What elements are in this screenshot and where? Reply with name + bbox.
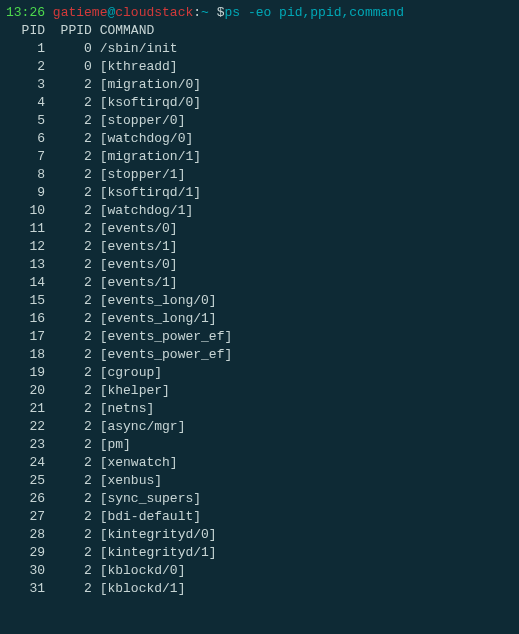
process-row: 7 2 [migration/1] [6, 148, 513, 166]
cell-ppid: 2 [45, 239, 92, 254]
cell-command: [bdi-default] [92, 509, 201, 524]
prompt-dollar: $ [209, 5, 225, 20]
cell-command: [khelper] [92, 383, 170, 398]
cell-pid: 4 [6, 95, 45, 110]
cell-ppid: 2 [45, 311, 92, 326]
cell-pid: 26 [6, 491, 45, 506]
cell-ppid: 2 [45, 203, 92, 218]
cell-ppid: 2 [45, 581, 92, 596]
cell-pid: 3 [6, 77, 45, 92]
header-ppid: PPID [45, 23, 92, 38]
cell-command: [sync_supers] [92, 491, 201, 506]
cell-ppid: 2 [45, 455, 92, 470]
process-row: 12 2 [events/1] [6, 238, 513, 256]
cell-ppid: 0 [45, 59, 92, 74]
header-command: COMMAND [92, 23, 154, 38]
process-row: 17 2 [events_power_ef] [6, 328, 513, 346]
cell-ppid: 2 [45, 275, 92, 290]
cell-pid: 7 [6, 149, 45, 164]
cell-pid: 5 [6, 113, 45, 128]
cell-command: [stopper/0] [92, 113, 186, 128]
cell-pid: 18 [6, 347, 45, 362]
process-list: 1 0 /sbin/init 2 0 [kthreadd] 3 2 [migra… [6, 40, 513, 598]
cell-ppid: 2 [45, 491, 92, 506]
process-row: 11 2 [events/0] [6, 220, 513, 238]
process-row: 29 2 [kintegrityd/1] [6, 544, 513, 562]
cell-pid: 12 [6, 239, 45, 254]
process-row: 14 2 [events/1] [6, 274, 513, 292]
cell-ppid: 2 [45, 437, 92, 452]
cell-command: [kblockd/1] [92, 581, 186, 596]
process-row: 27 2 [bdi-default] [6, 508, 513, 526]
process-row: 24 2 [xenwatch] [6, 454, 513, 472]
process-row: 2 0 [kthreadd] [6, 58, 513, 76]
process-row: 6 2 [watchdog/0] [6, 130, 513, 148]
cell-command: [watchdog/1] [92, 203, 193, 218]
cell-pid: 19 [6, 365, 45, 380]
prompt-command: ps -eo pid,ppid,command [225, 5, 404, 20]
prompt-time: 13:26 [6, 5, 45, 20]
cell-ppid: 2 [45, 167, 92, 182]
prompt-line: 13:26 gatieme@cloudstack:~ $ps -eo pid,p… [6, 4, 513, 22]
cell-pid: 22 [6, 419, 45, 434]
cell-command: [stopper/1] [92, 167, 186, 182]
cell-command: [kintegrityd/0] [92, 527, 217, 542]
cell-command: [events/0] [92, 257, 178, 272]
cell-pid: 25 [6, 473, 45, 488]
cell-pid: 11 [6, 221, 45, 236]
cell-command: [cgroup] [92, 365, 162, 380]
cell-command: [events_long/0] [92, 293, 217, 308]
cell-command: [migration/1] [92, 149, 201, 164]
cell-pid: 29 [6, 545, 45, 560]
cell-command: [events_power_ef] [92, 329, 232, 344]
process-row: 4 2 [ksoftirqd/0] [6, 94, 513, 112]
cell-ppid: 2 [45, 401, 92, 416]
process-row: 19 2 [cgroup] [6, 364, 513, 382]
terminal-output: 13:26 gatieme@cloudstack:~ $ps -eo pid,p… [6, 4, 513, 598]
process-row: 20 2 [khelper] [6, 382, 513, 400]
header-pid: PID [6, 23, 45, 38]
cell-pid: 23 [6, 437, 45, 452]
cell-pid: 9 [6, 185, 45, 200]
cell-command: [events/0] [92, 221, 178, 236]
cell-command: /sbin/init [92, 41, 178, 56]
prompt-path: ~ [201, 5, 209, 20]
cell-pid: 2 [6, 59, 45, 74]
cell-ppid: 2 [45, 329, 92, 344]
cell-command: [xenbus] [92, 473, 162, 488]
prompt-host: cloudstack [115, 5, 193, 20]
cell-pid: 17 [6, 329, 45, 344]
cell-pid: 14 [6, 275, 45, 290]
prompt-user: gatieme [53, 5, 108, 20]
cell-pid: 1 [6, 41, 45, 56]
cell-ppid: 2 [45, 185, 92, 200]
cell-ppid: 2 [45, 77, 92, 92]
cell-pid: 20 [6, 383, 45, 398]
process-row: 10 2 [watchdog/1] [6, 202, 513, 220]
cell-pid: 27 [6, 509, 45, 524]
process-row: 25 2 [xenbus] [6, 472, 513, 490]
cell-pid: 16 [6, 311, 45, 326]
process-row: 26 2 [sync_supers] [6, 490, 513, 508]
process-row: 16 2 [events_long/1] [6, 310, 513, 328]
process-row: 18 2 [events_power_ef] [6, 346, 513, 364]
cell-ppid: 2 [45, 95, 92, 110]
cell-command: [events/1] [92, 239, 178, 254]
cell-command: [xenwatch] [92, 455, 178, 470]
cell-command: [events_power_ef] [92, 347, 232, 362]
cell-ppid: 0 [45, 41, 92, 56]
process-row: 31 2 [kblockd/1] [6, 580, 513, 598]
cell-pid: 15 [6, 293, 45, 308]
cell-command: [migration/0] [92, 77, 201, 92]
table-header: PID PPID COMMAND [6, 22, 513, 40]
cell-ppid: 2 [45, 257, 92, 272]
cell-ppid: 2 [45, 527, 92, 542]
cell-ppid: 2 [45, 113, 92, 128]
cell-pid: 31 [6, 581, 45, 596]
cell-ppid: 2 [45, 509, 92, 524]
process-row: 28 2 [kintegrityd/0] [6, 526, 513, 544]
cell-command: [events/1] [92, 275, 178, 290]
cell-pid: 24 [6, 455, 45, 470]
cell-ppid: 2 [45, 149, 92, 164]
process-row: 8 2 [stopper/1] [6, 166, 513, 184]
